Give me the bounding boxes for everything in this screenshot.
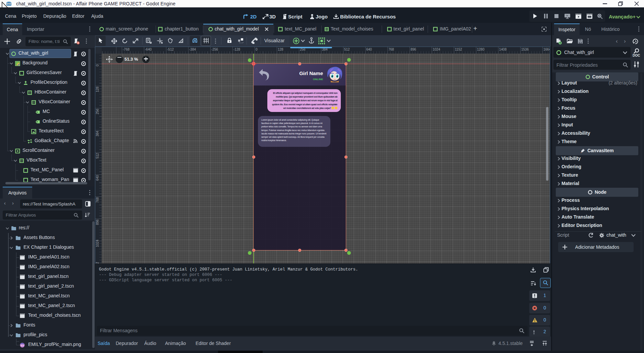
svg-text:DOC: DOC [633, 54, 640, 57]
